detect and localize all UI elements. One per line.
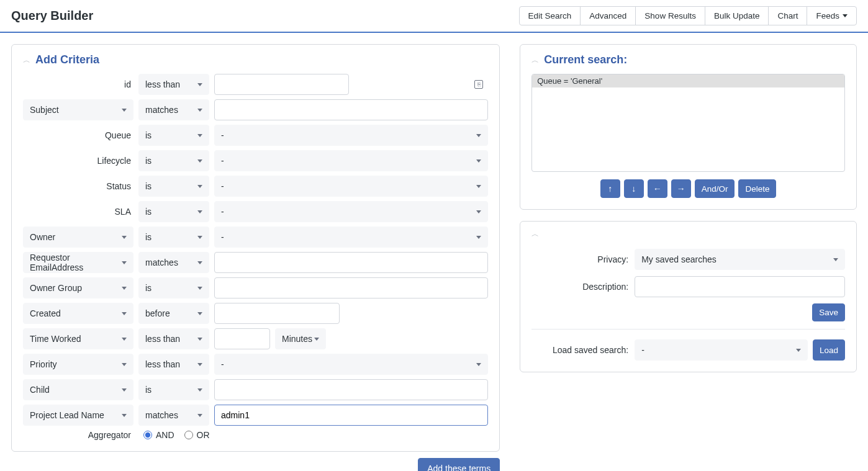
projectlead-op-select[interactable]: matches [138, 405, 209, 426]
current-search-title: Current search: [544, 53, 627, 66]
id-label: id [124, 79, 133, 89]
lifecycle-op-select[interactable]: is [138, 150, 209, 171]
timeworked-input[interactable] [214, 328, 270, 349]
move-up-button[interactable]: ↑ [600, 179, 620, 198]
criteria-row-subject: Subject matches [23, 99, 488, 120]
subject-input[interactable] [214, 99, 488, 120]
edit-search-button[interactable]: Edit Search [519, 6, 581, 25]
search-line[interactable]: Queue = 'General' [532, 74, 844, 87]
save-button[interactable]: Save [812, 303, 845, 321]
requestor-op-select[interactable]: matches [138, 252, 209, 273]
aggregator-row: Aggregator AND OR [23, 430, 488, 440]
load-button[interactable]: Load [813, 339, 845, 361]
requestor-input[interactable] [214, 252, 488, 273]
privacy-label: Privacy: [531, 254, 628, 264]
load-row: Load saved search: - Load [531, 339, 845, 361]
priority-op-select[interactable]: less than [138, 354, 209, 375]
priority-field-select[interactable]: Priority [23, 354, 133, 375]
move-down-button[interactable]: ↓ [624, 179, 644, 198]
timeworked-unit-select[interactable]: Minutes [275, 328, 326, 349]
aggregator-and-text: AND [156, 430, 174, 440]
timeworked-field-select[interactable]: Time Worked [23, 328, 133, 349]
feeds-label: Feeds [816, 11, 839, 20]
arrow-left-icon: ← [653, 184, 662, 194]
bulk-update-button[interactable]: Bulk Update [705, 6, 769, 25]
aggregator-and-option[interactable]: AND [143, 430, 174, 440]
child-field-select[interactable]: Child [23, 379, 133, 400]
feeds-button[interactable]: Feeds [807, 6, 857, 25]
criteria-row-priority: Priority less than - [23, 354, 488, 375]
criteria-row-requestor: Requestor EmailAddress matches [23, 252, 488, 273]
status-value-select[interactable]: - [214, 176, 488, 197]
subject-field-select[interactable]: Subject [23, 99, 133, 120]
status-op-select[interactable]: is [138, 176, 209, 197]
description-input[interactable] [635, 276, 845, 297]
collapse-icon[interactable]: ︿ [23, 56, 30, 64]
description-row: Description: [531, 276, 845, 297]
arrow-right-icon: → [677, 184, 685, 194]
child-input[interactable] [214, 379, 488, 400]
ownergrp-op-select[interactable]: is [138, 277, 209, 298]
created-field-select[interactable]: Created [23, 303, 133, 324]
owner-field-select[interactable]: Owner [23, 227, 133, 248]
move-left-button[interactable]: ← [648, 179, 667, 198]
criteria-row-projectlead: Project Lead Name matches [23, 405, 488, 426]
id-input[interactable] [214, 74, 349, 95]
load-label: Load saved search: [531, 345, 628, 355]
load-select[interactable]: - [635, 339, 808, 361]
subject-op-select[interactable]: matches [138, 99, 209, 120]
criteria-row-lifecycle: Lifecycle is - [23, 150, 488, 171]
criteria-row-created: Created before [23, 303, 488, 324]
chevron-down-icon [843, 14, 848, 17]
criteria-row-id: id less than ⎘ [23, 74, 488, 95]
move-right-button[interactable]: → [671, 179, 691, 198]
delete-button[interactable]: Delete [738, 179, 776, 198]
ownergrp-input[interactable] [214, 277, 488, 298]
andor-button[interactable]: And/Or [695, 179, 735, 198]
sla-label: SLA [115, 207, 133, 217]
owner-value-select[interactable]: - [214, 227, 488, 248]
sla-op-select[interactable]: is [138, 201, 209, 222]
created-op-select[interactable]: before [138, 303, 209, 324]
show-results-button[interactable]: Show Results [635, 6, 705, 25]
criteria-row-timeworked: Time Worked less than Minutes [23, 328, 488, 349]
divider [531, 329, 845, 330]
advanced-button[interactable]: Advanced [580, 6, 636, 25]
collapse-icon[interactable]: ︿ [531, 56, 539, 64]
ownergrp-field-select[interactable]: Owner Group [23, 277, 133, 298]
aggregator-or-text: OR [197, 430, 210, 440]
projectlead-input[interactable] [214, 405, 488, 426]
current-search-panel: ︿ Current search: Queue = 'General' ↑ ↓ … [520, 44, 857, 210]
criteria-row-status: Status is - [23, 176, 488, 197]
chart-button[interactable]: Chart [768, 6, 807, 25]
sla-value-select[interactable]: - [214, 201, 488, 222]
add-terms-button[interactable]: Add these terms [418, 458, 500, 471]
criteria-row-child: Child is [23, 379, 488, 400]
aggregator-or-radio[interactable] [184, 431, 193, 439]
child-op-select[interactable]: is [138, 379, 209, 400]
owner-op-select[interactable]: is [138, 227, 209, 248]
timeworked-op-select[interactable]: less than [138, 328, 209, 349]
requestor-field-select[interactable]: Requestor EmailAddress [23, 252, 133, 273]
collapse-icon[interactable]: ︿ [531, 230, 539, 238]
queue-value-select[interactable]: - [214, 125, 488, 146]
created-input[interactable] [214, 303, 340, 324]
arrow-up-icon: ↑ [608, 184, 612, 194]
priority-value-select[interactable]: - [214, 354, 488, 375]
contacts-icon[interactable]: ⎘ [474, 80, 483, 89]
lifecycle-value-select[interactable]: - [214, 150, 488, 171]
add-criteria-panel: ︿ Add Criteria id less than ⎘ Subject ma… [11, 44, 500, 452]
criteria-row-owner: Owner is - [23, 227, 488, 248]
criteria-row-sla: SLA is - [23, 201, 488, 222]
current-search-box[interactable]: Queue = 'General' [531, 74, 845, 172]
aggregator-and-radio[interactable] [143, 431, 152, 439]
criteria-row-queue: Queue is - [23, 125, 488, 146]
id-op-select[interactable]: less than [138, 74, 209, 95]
aggregator-or-option[interactable]: OR [184, 430, 210, 440]
queue-op-select[interactable]: is [138, 125, 209, 146]
saved-searches-panel: ︿ Privacy: My saved searches Description… [520, 221, 857, 372]
privacy-select[interactable]: My saved searches [635, 249, 845, 270]
page-header: Query Builder Edit Search Advanced Show … [0, 0, 868, 33]
projectlead-field-select[interactable]: Project Lead Name [23, 405, 133, 426]
queue-label: Queue [105, 130, 133, 140]
